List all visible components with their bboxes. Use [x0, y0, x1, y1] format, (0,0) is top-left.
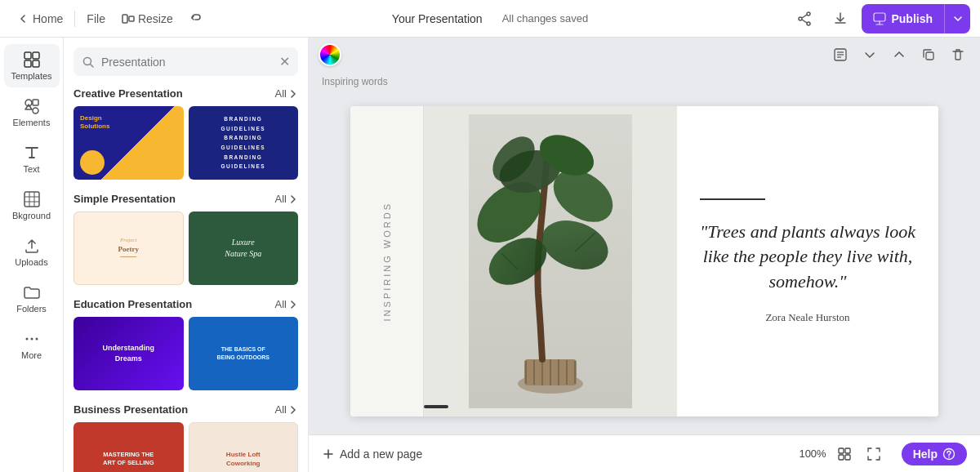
slide-vertical-text: Inspiring Words — [382, 202, 392, 321]
add-page-button[interactable]: Add a new page — [322, 448, 422, 461]
category-all-education[interactable]: All — [275, 298, 298, 310]
template-card-b1[interactable]: MASTERING THEART OF SELLING — [74, 422, 184, 472]
resize-button[interactable]: Resize — [115, 9, 180, 29]
search-bar[interactable]: ✕ — [74, 47, 298, 76]
chevron-down-canvas-button[interactable] — [858, 42, 882, 67]
slide-container[interactable]: Inspiring Words — [350, 106, 938, 416]
notes-icon-button[interactable] — [828, 42, 853, 67]
svg-point-2 — [799, 17, 802, 20]
trash-icon — [951, 47, 965, 62]
grid-view-button[interactable] — [833, 443, 856, 465]
download-icon — [832, 11, 849, 27]
sidebar-item-text[interactable]: Text — [4, 137, 60, 180]
undo-button[interactable] — [183, 9, 209, 29]
download-button[interactable] — [826, 4, 855, 33]
publish-label: Publish — [891, 12, 933, 25]
copy-slide-button[interactable] — [916, 42, 941, 67]
chevron-right-icon-3 — [288, 300, 298, 309]
templates-label: Templates — [11, 71, 51, 81]
chevron-right-icon-4 — [288, 405, 298, 415]
publish-main[interactable]: Publish — [862, 6, 944, 32]
sidebar-item-background[interactable]: Bkground — [4, 184, 60, 227]
sidebar-item-elements[interactable]: Elements — [4, 91, 60, 134]
zoom-level: 100% — [799, 448, 826, 460]
publish-button[interactable]: Publish — [862, 4, 970, 33]
template-card-c1[interactable]: DesignSolutions — [74, 106, 184, 180]
chevron-left-icon — [16, 12, 29, 25]
undo-icon — [189, 12, 203, 25]
category-header-creative: Creative Presentation All — [74, 87, 298, 100]
sidebar-item-uploads[interactable]: Uploads — [4, 230, 60, 274]
template-card-s2[interactable]: LuxureNature Spa — [189, 212, 299, 285]
text-icon — [23, 144, 41, 162]
svg-point-56 — [948, 456, 950, 458]
template-grid-education: UnderstandingDreams THE BASICS OFBEING O… — [74, 317, 298, 390]
folders-icon — [23, 283, 41, 301]
grid-view-icon — [837, 447, 852, 461]
more-label: More — [21, 350, 42, 360]
chevron-up-canvas-button[interactable] — [887, 42, 911, 67]
slide-bottom-indicator — [424, 405, 448, 408]
slide-quote-area: "Trees and plants always look like the p… — [677, 106, 938, 416]
folders-label: Folders — [16, 304, 47, 314]
file-button[interactable]: File — [80, 9, 112, 29]
template-grid-simple: Project Poetry LuxureNature Spa — [74, 212, 298, 285]
svg-rect-13 — [33, 100, 38, 105]
svg-rect-11 — [33, 60, 39, 67]
svg-rect-14 — [33, 108, 38, 114]
sidebar-item-templates[interactable]: Templates — [4, 44, 60, 87]
slide-label-container: Inspiring words — [309, 72, 980, 93]
canvas-toolbar — [309, 38, 980, 72]
svg-rect-15 — [24, 192, 39, 207]
slide-inner: Inspiring Words — [350, 106, 938, 416]
color-wheel-button[interactable] — [318, 43, 341, 66]
template-card-e2[interactable]: THE BASICS OFBEING OUTDOORS — [189, 317, 299, 390]
template-card-s1[interactable]: Project Poetry — [74, 212, 184, 285]
search-input[interactable] — [101, 56, 273, 69]
canvas-bottom-bar: Add a new page 100% — [309, 434, 980, 472]
slide-decorative-line — [700, 198, 765, 200]
fullscreen-button[interactable] — [862, 443, 885, 465]
icon-sidebar: Templates Elements Text — [0, 38, 64, 472]
copy-icon — [921, 47, 936, 62]
template-card-b2[interactable]: Hustle LoftCoworking — [189, 422, 299, 472]
publish-dropdown-button[interactable] — [944, 4, 970, 33]
slide-label: Inspiring words — [322, 76, 388, 87]
elements-label: Elements — [13, 118, 51, 127]
share-icon-button[interactable] — [790, 4, 819, 33]
category-all-simple[interactable]: All — [275, 193, 298, 205]
help-icon — [942, 448, 956, 461]
svg-rect-0 — [122, 15, 127, 23]
chevron-right-icon-2 — [288, 194, 298, 204]
search-clear-button[interactable]: ✕ — [279, 54, 290, 69]
svg-rect-52 — [845, 448, 850, 453]
sidebar-item-folders[interactable]: Folders — [4, 277, 60, 320]
text-label: Text — [23, 164, 39, 174]
help-button[interactable]: Help — [902, 443, 967, 465]
resize-icon — [122, 12, 135, 25]
templates-panel: ✕ Creative Presentation All DesignSoluti… — [64, 38, 309, 472]
template-card-c2[interactable]: BRANDINGGUIDELINESBRANDINGGUIDELINESBRAN… — [189, 106, 299, 180]
category-all-business[interactable]: All — [275, 403, 298, 416]
template-card-e1[interactable]: UnderstandingDreams — [74, 317, 184, 390]
category-all-creative[interactable]: All — [275, 87, 298, 100]
sidebar-item-more[interactable]: More — [4, 323, 60, 367]
topbar-center: Your Presentation All changes saved — [392, 12, 588, 25]
svg-rect-53 — [839, 455, 844, 460]
templates-icon — [23, 51, 41, 69]
category-header-business: Business Presentation All — [74, 403, 298, 416]
category-title-education: Education Presentation — [74, 298, 192, 310]
home-button[interactable]: Home — [10, 9, 69, 29]
search-icon — [82, 56, 95, 69]
svg-rect-29 — [926, 52, 933, 60]
category-education: Education Presentation All Understanding… — [74, 298, 298, 390]
plant-illustration — [469, 114, 632, 408]
background-label: Bkground — [12, 211, 51, 220]
category-simple: Simple Presentation All Project Poetry — [74, 193, 298, 285]
svg-rect-7 — [874, 13, 885, 21]
canvas-scroll[interactable]: Inspiring Words — [309, 93, 980, 434]
svg-rect-8 — [24, 52, 31, 59]
delete-slide-button[interactable] — [946, 42, 970, 67]
category-creative: Creative Presentation All DesignSolution… — [74, 87, 298, 180]
quote-author: Zora Neale Hurston — [700, 311, 915, 324]
